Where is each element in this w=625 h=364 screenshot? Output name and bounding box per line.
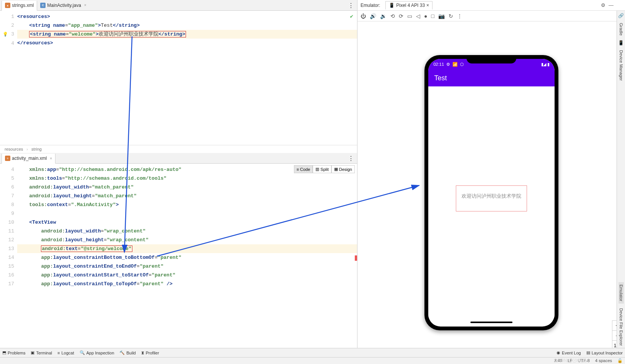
code-view-button[interactable]: ≡ Code xyxy=(294,165,313,173)
phone-nav-bar[interactable] xyxy=(428,318,555,327)
debug-icon: ⬡ xyxy=(460,62,464,67)
rotate-left-icon[interactable]: ⟲ xyxy=(390,13,395,19)
extended-menu-icon[interactable]: ⋮ xyxy=(457,13,462,19)
device-tab[interactable]: 📱 Pixel 4 API 33 × xyxy=(385,1,432,10)
layout-inspector-tool[interactable]: ▤ Layout Inspector xyxy=(586,350,623,355)
indent-setting[interactable]: 4 spaces xyxy=(595,358,612,363)
tab-mainactivity-java[interactable]: CMainActivity.java× xyxy=(37,0,89,10)
scrollbar-marker xyxy=(355,255,357,261)
xml-icon: x xyxy=(5,3,10,8)
more-icon[interactable]: ⋮ xyxy=(348,155,354,162)
settings-icon[interactable]: ⚙ xyxy=(601,2,605,8)
gear-icon: ⚙ xyxy=(446,62,450,67)
minimize-icon[interactable]: — xyxy=(609,2,614,8)
volume-down-icon[interactable]: 🔉 xyxy=(380,13,387,19)
bulb-icon[interactable]: 💡 xyxy=(3,32,8,37)
phone-frame: 02:11 ⚙ 📶 ⬡ ▮◢▮ Test 欢迎访问泸州职业技术学院 xyxy=(424,55,558,330)
breadcrumbs-top[interactable]: resources › string xyxy=(0,145,357,153)
app-bar: Test xyxy=(428,70,555,86)
camera-icon[interactable]: 📷 xyxy=(438,13,445,19)
readonly-lock-icon[interactable]: 🔓 xyxy=(617,358,623,363)
status-ok-icon: ✔ xyxy=(350,13,353,20)
gutter: 1 2 💡 3 4 xyxy=(0,11,17,145)
signal-icon: ▮◢ xyxy=(541,62,546,67)
java-icon: C xyxy=(40,3,46,8)
split-view-button[interactable]: ▥ Split xyxy=(313,165,331,173)
gradle-tab[interactable]: Gradle xyxy=(618,21,624,38)
editor-tabs-bottom: ≡activity_main.xml× ⋮ xyxy=(0,153,357,164)
volume-up-icon[interactable]: 🔊 xyxy=(370,13,376,19)
terminal-tool[interactable]: ▣ Terminal xyxy=(31,350,52,355)
editor-tabs-top: xstrings.xml CMainActivity.java× ⋮ xyxy=(0,0,357,11)
right-tool-tabs: 🔗 Gradle 📱 Device Manager Emulator Devic… xyxy=(617,11,625,348)
build-tool[interactable]: 🔨 Build xyxy=(119,350,135,355)
welcome-textview: 欢迎访问泸州职业技术学院 xyxy=(456,185,527,211)
rotate-right-icon[interactable]: ⟳ xyxy=(399,13,403,19)
device-file-explorer-tab[interactable]: Device File Explorer xyxy=(618,306,624,348)
home-icon[interactable]: ● xyxy=(424,13,427,19)
close-icon[interactable]: × xyxy=(50,156,52,161)
gutter: 4567891011121314151617 xyxy=(0,164,17,356)
emulator-tab[interactable]: Emulator xyxy=(618,282,624,304)
design-view-button[interactable]: ▦ Design xyxy=(331,165,355,173)
app-inspection-tool[interactable]: 🔍 App Inspection xyxy=(80,350,114,355)
profiler-tool[interactable]: ⧗ Profiler xyxy=(141,350,159,355)
editor-activity-main[interactable]: ≡ Code ▥ Split ▦ Design 4567891011121314… xyxy=(0,164,357,356)
link-icon[interactable]: 🔗 xyxy=(618,13,624,18)
close-icon[interactable]: × xyxy=(84,3,86,7)
device-icon[interactable]: 📱 xyxy=(618,40,624,46)
view-mode-toggle[interactable]: ≡ Code ▥ Split ▦ Design xyxy=(294,165,355,173)
emulator-viewport[interactable]: 02:11 ⚙ 📶 ⬡ ▮◢▮ Test 欢迎访问泸州职业技术学院 + − 1:… xyxy=(357,21,625,364)
screenshot-icon[interactable]: ▭ xyxy=(407,13,412,19)
more-icon[interactable]: ⋮ xyxy=(348,2,354,9)
emulator-label: Emulator: xyxy=(361,3,380,8)
tab-activity-main-xml[interactable]: ≡activity_main.xml× xyxy=(2,154,55,164)
tab-strings-xml[interactable]: xstrings.xml xyxy=(2,1,37,11)
problems-tool[interactable]: ⬒ Problems xyxy=(2,350,25,355)
power-icon[interactable]: ⏻ xyxy=(361,13,366,19)
phone-notch xyxy=(467,55,516,63)
device-manager-tab[interactable]: Device Manager xyxy=(618,48,624,83)
bottom-tool-bar: ⬒ Problems ▣ Terminal ≡ Logcat 🔍 App Ins… xyxy=(0,348,625,357)
editor-strings-xml[interactable]: 1 2 💡 3 4 <resources> <string name="app_… xyxy=(0,11,357,145)
back-icon[interactable]: ◁ xyxy=(416,13,420,19)
event-log-tool[interactable]: ◉ Event Log xyxy=(556,350,581,355)
logcat-tool[interactable]: ≡ Logcat xyxy=(57,351,74,355)
watermark: CSDN @沙坝丸 xyxy=(554,358,587,364)
battery-icon: ▮ xyxy=(547,62,549,67)
close-icon[interactable]: × xyxy=(426,3,429,8)
emulator-header: Emulator: 📱 Pixel 4 API 33 × ⚙ — xyxy=(357,0,625,11)
xml-icon: ≡ xyxy=(5,156,10,161)
wifi-icon: 📶 xyxy=(452,62,458,67)
status-bar: CSDN @沙坝丸 3:40 LF UTF-8 4 spaces 🔓 xyxy=(0,357,625,364)
snapshot-icon[interactable]: ↻ xyxy=(449,13,453,19)
emulator-toolbar: ⏻ 🔊 🔉 ⟲ ⟳ ▭ ◁ ● □ 📷 ↻ ⋮ xyxy=(357,11,625,21)
overview-icon[interactable]: □ xyxy=(431,13,434,19)
